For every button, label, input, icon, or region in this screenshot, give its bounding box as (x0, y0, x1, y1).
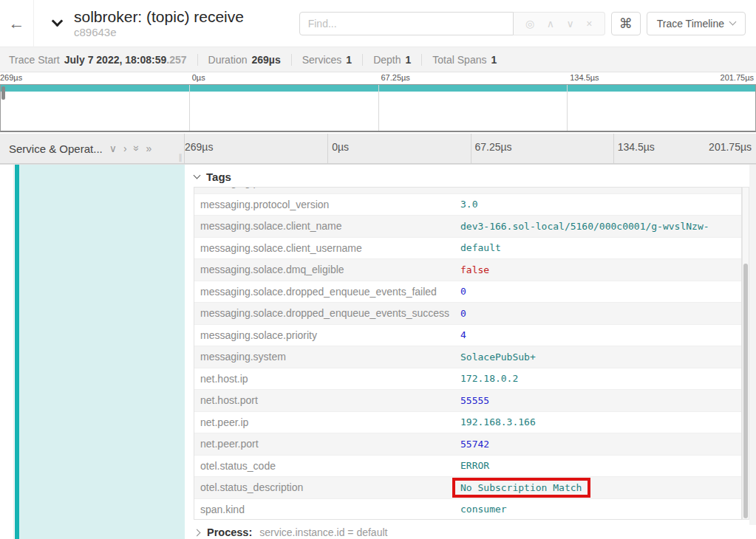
tag-row: span.kind consumer (194, 499, 741, 521)
tag-key: messaging.protocol (194, 187, 460, 188)
tag-row: net.peer.ip 192.168.3.166 (194, 412, 741, 434)
summary-item-value: 1 (491, 54, 497, 66)
collapse-all-icon[interactable]: » (132, 145, 142, 151)
tags-section-title: Tags (206, 171, 231, 183)
span-detail-area: Tags messaging.protocol SMF messaging.pr… (0, 164, 756, 539)
trace-view-page: ← solbroker: (topic) receive c89643e ◎∧∨… (0, 0, 756, 539)
tag-row: messaging.system SolacePubSub+ (194, 346, 741, 368)
timeline-divider (613, 134, 614, 163)
tag-value: false (460, 264, 741, 275)
minimap-tick-label: 269µs (0, 73, 22, 82)
trace-view-selector[interactable]: Trace Timeline (647, 12, 746, 35)
tag-row: messaging.solace.dropped_enqueue_events_… (194, 281, 741, 303)
tag-value: consumer (460, 504, 741, 515)
tag-key: messaging.solace.dropped_enqueue_events_… (194, 286, 460, 298)
keyboard-shortcuts-button[interactable]: ⌘ (611, 12, 641, 35)
tags-scrollbar-track[interactable] (742, 187, 749, 520)
expand-all-icon[interactable]: » (146, 143, 151, 154)
summary-item: Duration 269µs (197, 54, 281, 66)
chevron-right-icon (194, 529, 201, 536)
minimap-canvas[interactable] (0, 84, 756, 132)
tag-key: otel.status_code (194, 460, 460, 472)
trace-id: c89643e (74, 26, 244, 39)
back-button[interactable]: ← (0, 0, 34, 47)
next-match-icon[interactable]: ∨ (566, 18, 573, 29)
tag-key: net.peer.ip (194, 416, 460, 428)
expand-one-icon[interactable]: › (123, 143, 127, 154)
tag-value: dev3-166.sol-local/5160/000c0001/g-wvslN… (460, 221, 741, 232)
summary-item-value: 1 (406, 54, 412, 66)
summary-item-label: Trace Start (9, 54, 60, 66)
tags-scrollbar-thumb[interactable] (743, 264, 748, 518)
trace-minimap: 0µs67.25µs134.5µs201.75µs269µs (0, 72, 756, 134)
service-operation-label: Service & Operat... (9, 143, 103, 155)
find-group: ◎∧∨× (299, 12, 605, 35)
timeline-tick-label: 67.25µs (475, 141, 512, 153)
tag-value: 55555 (460, 395, 741, 406)
collapse-one-icon[interactable]: ∨ (109, 143, 117, 154)
summary-item-label: Services (302, 54, 342, 66)
tag-key: net.host.port (194, 394, 460, 406)
tag-row: net.host.ip 172.18.0.2 (194, 368, 741, 391)
process-summary: service.instance.id = default (259, 526, 387, 538)
tag-row: net.host.port 55555 (194, 390, 741, 412)
trace-title-collapse-toggle[interactable] (46, 21, 68, 25)
tag-key: messaging.solace.dmq_eligible (194, 264, 460, 275)
trace-title-block: solbroker: (topic) receive c89643e (74, 8, 244, 39)
minimap-tick-label: 201.75µs (721, 73, 754, 82)
tag-value: 0 (460, 286, 741, 297)
page-title: solbroker: (topic) receive (74, 8, 244, 26)
process-section-toggle[interactable]: Process: service.instance.id = default (194, 526, 387, 538)
summary-item-label: Duration (208, 54, 248, 66)
tag-key: messaging.solace.client_name (194, 220, 460, 232)
summary-item-value: 269µs (251, 54, 280, 66)
tags-section-toggle[interactable]: Tags (194, 171, 231, 183)
tag-value: SolacePubSub+ (460, 351, 741, 363)
back-arrow-icon: ← (9, 16, 25, 32)
minimap-gridline (189, 85, 190, 131)
minimap-gridline (378, 85, 379, 131)
summary-item: Total Spans 1 (421, 54, 497, 66)
tag-key: messaging.solace.priority (194, 329, 460, 341)
timeline-tick-label: 134.5µs (618, 141, 655, 153)
chevron-down-icon (729, 18, 737, 26)
clear-search-icon[interactable]: × (586, 18, 592, 29)
tag-row: messaging.solace.dropped_enqueue_events_… (194, 303, 741, 325)
minimap-tick-label: 134.5µs (570, 73, 599, 82)
tag-key: messaging.system (194, 351, 460, 363)
process-section-title: Process: (207, 526, 252, 538)
prev-match-icon[interactable]: ∧ (547, 18, 554, 29)
span-name-column[interactable] (0, 165, 185, 539)
command-icon: ⌘ (619, 16, 633, 32)
tag-row: messaging.solace.client_name dev3-166.so… (194, 216, 741, 238)
locate-icon[interactable]: ◎ (525, 18, 534, 29)
tag-value: SMF (460, 187, 741, 188)
summary-item-value: July 7 2022, 18:08:59 (64, 54, 167, 66)
timeline-column-header: Service & Operat... ∨›»» ∥ 0µs67.25µs134… (0, 134, 756, 164)
tag-row: messaging.protocol_version 3.0 (194, 194, 741, 216)
summary-item-value: 1 (346, 54, 352, 66)
summary-item-suffix: .257 (166, 54, 186, 66)
tag-value: 55742 (460, 439, 741, 450)
tags-table: messaging.protocol SMF messaging.protoco… (194, 187, 742, 520)
tag-key: messaging.solace.client_username (194, 242, 460, 254)
tag-row: messaging.solace.priority 4 (194, 325, 741, 347)
timeline-tick-label: 0µs (332, 141, 349, 153)
tag-row: messaging.solace.dmq_eligible false (194, 259, 741, 281)
minimap-scrubber-handle[interactable] (1, 86, 5, 100)
tag-key: otel.status_description (194, 481, 460, 493)
tag-row: otel.status_description No Subscription … (194, 477, 741, 499)
timeline-tick-label: 201.75µs (709, 141, 752, 153)
timeline-divider (471, 134, 471, 163)
tag-key: net.peer.port (194, 438, 460, 450)
chevron-down-icon (194, 172, 201, 179)
tag-row: otel.status_code ERROR (194, 456, 741, 478)
trace-view-selector-label: Trace Timeline (657, 18, 724, 30)
tag-row: messaging.protocol SMF (194, 187, 741, 194)
timeline-ruler: 0µs67.25µs134.5µs201.75µs269µs (185, 134, 756, 163)
find-input[interactable] (299, 12, 514, 35)
tag-value: 3.0 (460, 199, 741, 210)
column-resizer-grip[interactable]: ∥ (179, 153, 183, 162)
timeline-divider (327, 134, 328, 163)
tag-key: messaging.solace.dropped_enqueue_events_… (194, 307, 460, 319)
